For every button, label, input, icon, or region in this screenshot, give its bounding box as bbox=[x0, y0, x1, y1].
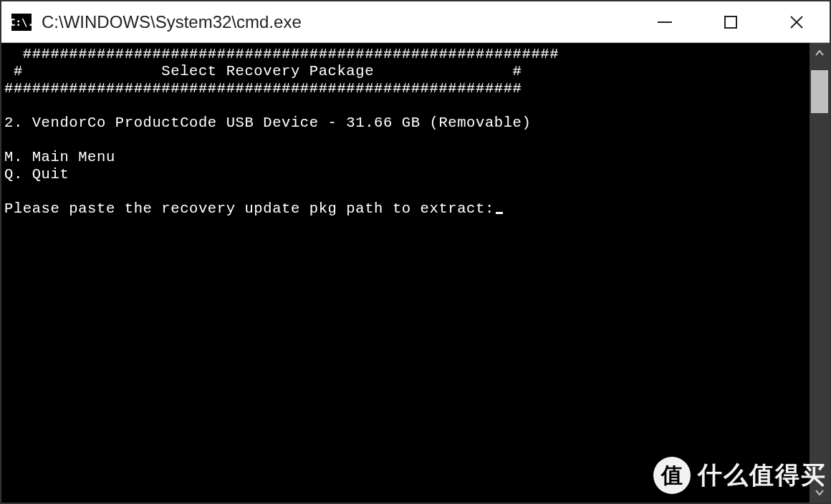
scroll-track[interactable] bbox=[810, 63, 830, 483]
scroll-down-button[interactable] bbox=[810, 483, 830, 503]
svg-rect-1 bbox=[725, 16, 736, 28]
device-line: 2. VendorCo ProductCode USB Device - 31.… bbox=[4, 115, 531, 131]
heading-line: # Select Recovery Package # bbox=[4, 63, 522, 79]
terminal-output[interactable]: ########################################… bbox=[1, 43, 810, 503]
client-area: ########################################… bbox=[1, 43, 830, 503]
border-bottom: ########################################… bbox=[4, 80, 522, 97]
maximize-icon bbox=[721, 13, 740, 32]
vertical-scrollbar[interactable] bbox=[810, 43, 830, 503]
close-button[interactable] bbox=[764, 1, 830, 42]
prompt-line: Please paste the recovery update pkg pat… bbox=[4, 200, 494, 217]
scroll-up-button[interactable] bbox=[810, 43, 830, 63]
menu-quit: Q. Quit bbox=[4, 166, 69, 183]
scroll-thumb[interactable] bbox=[811, 70, 828, 113]
cursor bbox=[496, 212, 503, 214]
minimize-button[interactable] bbox=[632, 1, 698, 42]
cmd-window: C:\. C:\WINDOWS\System32\cmd.exe #######… bbox=[0, 0, 831, 504]
window-controls bbox=[632, 1, 830, 42]
titlebar[interactable]: C:\. C:\WINDOWS\System32\cmd.exe bbox=[1, 1, 830, 43]
chevron-up-icon bbox=[814, 47, 825, 59]
window-title: C:\WINDOWS\System32\cmd.exe bbox=[42, 12, 632, 32]
chevron-down-icon bbox=[814, 487, 825, 498]
cmd-icon-label: C:\. bbox=[9, 16, 34, 28]
maximize-button[interactable] bbox=[698, 1, 764, 42]
close-icon bbox=[787, 13, 806, 32]
menu-main: M. Main Menu bbox=[4, 149, 115, 165]
cmd-icon: C:\. bbox=[11, 14, 32, 31]
border-top: ########################################… bbox=[4, 46, 559, 62]
minimize-icon bbox=[655, 13, 674, 32]
